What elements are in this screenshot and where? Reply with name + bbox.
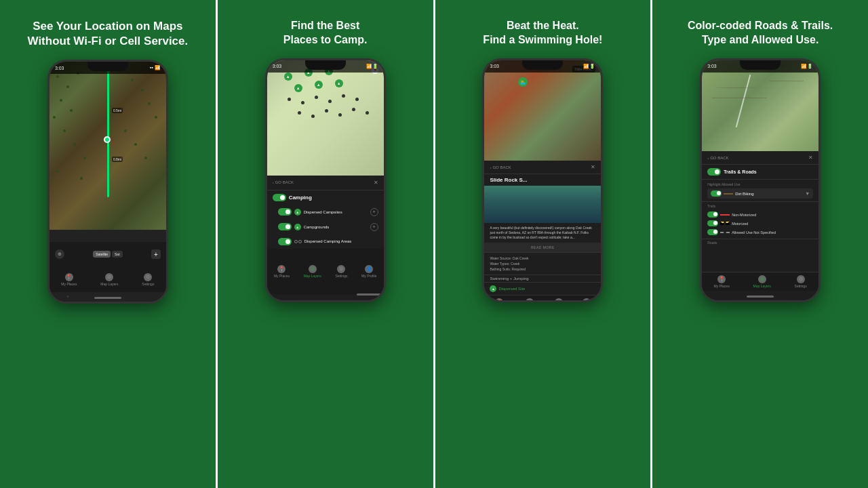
camp-dot-3 [315, 96, 318, 99]
campgrounds-left: ▲ Campgrounds [278, 223, 330, 230]
dispersed-areas-row: Dispersed Camping Areas [267, 235, 384, 249]
motorized-toggle[interactable] [707, 220, 718, 226]
home-bar-1[interactable] [94, 297, 121, 299]
read-more-btn[interactable]: READ MORE [484, 243, 601, 252]
panel-2: Find the Best Places to Camp. 3:03 📶🔋 ▲ … [216, 0, 433, 488]
camp-marker-5: ▲ [315, 81, 323, 89]
go-back-btn-4[interactable]: ‹ GO BACK [707, 156, 728, 160]
camping-toggle-left: Camping [273, 194, 312, 201]
trail-row-non-motorized: Non-Motorized [707, 210, 813, 219]
nav-label-settings-1: Settings [142, 282, 154, 286]
campgrounds-toggle[interactable] [278, 223, 292, 230]
bathing-suits: Bathing Suits: Required [490, 266, 595, 272]
panel-3-title: Beat the Heat. Find a Swimming Hole! [483, 19, 602, 47]
campgrounds-expand[interactable]: + [370, 223, 378, 231]
nav-item-my-places-3[interactable]: 📍 My Places [492, 298, 507, 300]
nav-icon-places-2: 📍 [277, 265, 285, 273]
trails-section-label: Trails [707, 204, 813, 208]
trails-sub-section: Trails Non-Motorized Motorized [702, 201, 818, 239]
location-button[interactable]: ⊕ [55, 249, 64, 259]
close-btn-3[interactable]: ✕ [591, 164, 595, 170]
camping-label: Camping [289, 195, 312, 201]
camp-dot-6 [355, 98, 359, 101]
close-btn-4[interactable]: ✕ [808, 155, 813, 161]
camping-toggle[interactable] [273, 194, 286, 201]
bottom-nav-4: 📍 My Places ⊞ Map Layers ⚙ Settings [702, 272, 818, 291]
nav-item-map-layers-2[interactable]: ⊞ Map Layers [304, 265, 321, 278]
non-motorized-toggle[interactable] [707, 211, 718, 218]
nav-icon-layers-2: ⊞ [309, 265, 317, 273]
phone-notch-2 [305, 60, 346, 70]
nav-item-settings-1[interactable]: ⚙ Settings [142, 273, 154, 286]
nav-item-profile-3[interactable]: 👤 My Profile [579, 298, 594, 300]
dispersed-areas-toggle[interactable] [278, 238, 292, 245]
close-btn-2[interactable]: ✕ [374, 180, 378, 186]
back-btn-1[interactable]: ‹ [63, 293, 73, 299]
status-icons-3: 📶🔋 [583, 64, 595, 69]
map-controls-bar: ⊕ satellite Sat + [50, 242, 166, 266]
go-back-btn-2[interactable]: ‹ GO BACK [273, 180, 294, 184]
nav-item-settings-4[interactable]: ⚙ Settings [795, 275, 807, 288]
dropdown-arrow-icon[interactable]: ▼ [805, 191, 810, 196]
highlight-allowed-use-section: Highlight Allowed Use Dirt Biking ▼ [702, 179, 818, 201]
map-trail-dot [104, 136, 111, 143]
camp-dot-9 [325, 109, 328, 113]
nav-item-profile-2[interactable]: 👤 My Profile [361, 265, 376, 278]
nav-item-my-places-1[interactable]: 📍 My Places [61, 273, 77, 286]
nav-label-settings-4: Settings [795, 284, 807, 288]
trails-roads-toggle[interactable] [707, 168, 721, 176]
nav-item-my-places-4[interactable]: 📍 My Places [714, 275, 730, 288]
nav-icon-places-3: 📍 [495, 298, 503, 300]
go-back-btn-3[interactable]: ‹ GO BACK [490, 165, 511, 169]
panel-2-title: Find the Best Places to Camp. [283, 19, 368, 47]
dispersed-campsites-expand[interactable]: + [370, 208, 378, 216]
swim-detail-panel: ‹ GO BACK ✕ Slide Rock S... 📷 4 A very b… [484, 161, 601, 300]
highlight-row-left: Dirt Biking [711, 190, 753, 197]
home-bar-4[interactable] [747, 296, 774, 298]
nav-icon-places-1: 📍 [65, 273, 73, 281]
go-back-label-4: GO BACK [710, 156, 728, 160]
zoom-plus-button[interactable]: + [151, 249, 161, 259]
unspecified-label: Allowed Use Not Specified [732, 230, 776, 235]
water-types: Water Types: Creek [490, 261, 595, 266]
trail-row-unspecified: Allowed Use Not Specified [707, 228, 813, 237]
nav-icon-layers-4: ⊞ [758, 275, 766, 283]
panel-1: See Your Location on Maps Without Wi-Fi … [0, 0, 216, 488]
home-bar-2[interactable] [357, 293, 384, 296]
highlight-section-label: Highlight Allowed Use [707, 182, 813, 186]
dirt-biking-dash [724, 193, 733, 195]
nav-item-settings-2[interactable]: ⚙ Settings [335, 265, 347, 278]
camp-marker-1: ▲ [284, 73, 292, 81]
nav-icon-layers-1: ⊞ [105, 273, 113, 281]
layers-header-2: ‹ GO BACK ✕ [267, 176, 384, 190]
phone-3: 3:03 📶🔋 🏊 Slide Rock... ‹ GO BACK ✕ Slid… [482, 58, 603, 302]
nav-label-layers-4: Map Layers [753, 284, 771, 288]
go-back-label-3: GO BACK [492, 165, 511, 169]
map-type-map[interactable]: satellite [93, 251, 111, 258]
map-type-sat[interactable]: Sat [112, 251, 123, 258]
nav-item-map-layers-4[interactable]: ⊞ Map Layers [753, 275, 771, 288]
motorized-dash [720, 222, 730, 225]
phone-notch-1 [87, 62, 128, 71]
map-type-buttons: satellite Sat [93, 251, 122, 258]
nav-item-map-layers-1[interactable]: ⊞ Map Layers [100, 273, 118, 286]
status-time-3: 3:03 [490, 64, 499, 68]
status-icons-2: 📶🔋 [366, 64, 378, 69]
nav-icon-settings-4: ⚙ [797, 275, 805, 283]
distance-marker-2: 0.8mi [112, 157, 123, 162]
phone-screen-1: 3:03 ▪▪ 📶 [50, 62, 166, 302]
phone-screen-3: 3:03 📶🔋 🏊 Slide Rock... ‹ GO BACK ✕ Slid… [484, 60, 601, 300]
nav-label-layers-2: Map Layers [304, 274, 321, 278]
bottom-nav-2: 📍 My Places ⊞ Map Layers ⚙ Settings 👤 My… [267, 249, 384, 294]
nav-icon-profile-2: 👤 [365, 265, 373, 273]
dirt-biking-toggle[interactable] [711, 190, 722, 197]
nav-item-map-layers-3[interactable]: ⊞ Map Layers [521, 298, 538, 300]
dispersed-campsites-label: Dispersed Campsites [304, 210, 342, 214]
dirt-biking-label: Dirt Biking [735, 192, 753, 196]
nav-item-settings-3[interactable]: ⚙ Settings [553, 298, 565, 300]
nav-item-my-places-2[interactable]: 📍 My Places [274, 265, 290, 278]
unspecified-dash [720, 232, 730, 233]
dispersed-campsites-toggle[interactable] [278, 208, 292, 216]
unspecified-toggle[interactable] [707, 229, 718, 235]
panel-4: Color-coded Roads & Trails. Type and All… [650, 0, 868, 488]
